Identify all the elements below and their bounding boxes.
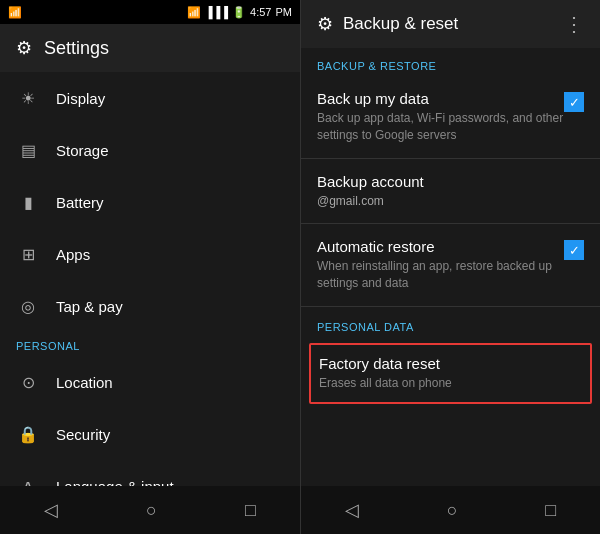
personal-data-section: PERSONAL DATA: [301, 309, 600, 339]
factory-reset-subtitle: Erases all data on phone: [319, 375, 582, 392]
signal-icon: ▐▐▐: [205, 6, 228, 18]
location-label: Location: [56, 374, 113, 391]
battery-menu-icon: ▮: [16, 190, 40, 214]
status-bar-left: 📶: [8, 6, 22, 19]
settings-title: Settings: [44, 38, 109, 59]
factory-reset-text: Factory data reset Erases all data on ph…: [319, 355, 582, 392]
tap-pay-icon: ◎: [16, 294, 40, 318]
auto-restore-subtitle: When reinstalling an app, restore backed…: [317, 258, 564, 292]
settings-header: ⚙ Settings: [0, 24, 300, 72]
sidebar-item-tap-pay[interactable]: ◎ Tap & pay: [0, 280, 300, 332]
right-recent-button[interactable]: □: [525, 492, 576, 529]
status-bar: 📶 📶 ▐▐▐ 🔋 4:57 PM: [0, 0, 300, 24]
backup-data-checkbox[interactable]: ✓: [564, 92, 584, 112]
backup-data-subtitle: Back up app data, Wi-Fi passwords, and o…: [317, 110, 564, 144]
status-bar-right: 📶 ▐▐▐ 🔋 4:57 PM: [187, 6, 292, 19]
apps-label: Apps: [56, 246, 90, 263]
sidebar-item-language[interactable]: A Language & input: [0, 460, 300, 486]
apps-icon: ⊞: [16, 242, 40, 266]
right-header-left: ⚙ Backup & reset: [317, 13, 458, 35]
time-display: 4:57: [250, 6, 271, 18]
sidebar-item-security[interactable]: 🔒 Security: [0, 408, 300, 460]
right-home-button[interactable]: ○: [427, 492, 478, 529]
more-options-icon[interactable]: ⋮: [564, 12, 584, 36]
right-back-button[interactable]: ◁: [325, 491, 379, 529]
back-button[interactable]: ◁: [24, 491, 78, 529]
factory-reset-item[interactable]: Factory data reset Erases all data on ph…: [309, 343, 592, 404]
auto-restore-checkbox[interactable]: ✓: [564, 240, 584, 260]
storage-label: Storage: [56, 142, 109, 159]
backup-account-text: Backup account @gmail.com: [317, 173, 584, 210]
wifi-icon: 📶: [187, 6, 201, 19]
backup-account-item[interactable]: Backup account @gmail.com: [301, 161, 600, 222]
right-header: ⚙ Backup & reset ⋮: [301, 0, 600, 48]
security-label: Security: [56, 426, 110, 443]
battery-label: Battery: [56, 194, 104, 211]
display-icon: ☀: [16, 86, 40, 110]
divider-3: [301, 306, 600, 307]
sidebar-item-battery[interactable]: ▮ Battery: [0, 176, 300, 228]
left-panel: 📶 📶 ▐▐▐ 🔋 4:57 PM ⚙ Settings ☀ Display ▤…: [0, 0, 300, 534]
time-ampm: PM: [276, 6, 293, 18]
language-label: Language & input: [56, 478, 174, 487]
backup-data-title: Back up my data: [317, 90, 564, 107]
security-icon: 🔒: [16, 422, 40, 446]
storage-icon: ▤: [16, 138, 40, 162]
right-gear-icon: ⚙: [317, 13, 333, 35]
divider-1: [301, 158, 600, 159]
battery-icon: 🔋: [232, 6, 246, 19]
backup-account-title: Backup account: [317, 173, 584, 190]
display-label: Display: [56, 90, 105, 107]
left-nav-bar: ◁ ○ □: [0, 486, 300, 534]
phone-icon: 📶: [8, 6, 22, 19]
menu-list: ☀ Display ▤ Storage ▮ Battery ⊞ Apps ◎ T…: [0, 72, 300, 486]
sidebar-item-location[interactable]: ⊙ Location: [0, 356, 300, 408]
backup-restore-section: BACKUP & RESTORE: [301, 48, 600, 78]
recent-button[interactable]: □: [225, 492, 276, 529]
location-icon: ⊙: [16, 370, 40, 394]
sidebar-item-apps[interactable]: ⊞ Apps: [0, 228, 300, 280]
backup-data-text: Back up my data Back up app data, Wi-Fi …: [317, 90, 564, 144]
factory-reset-title: Factory data reset: [319, 355, 582, 372]
right-content: BACKUP & RESTORE Back up my data Back up…: [301, 48, 600, 486]
right-title: Backup & reset: [343, 14, 458, 34]
backup-data-item[interactable]: Back up my data Back up app data, Wi-Fi …: [301, 78, 600, 156]
sidebar-item-display[interactable]: ☀ Display: [0, 72, 300, 124]
settings-gear-icon: ⚙: [16, 37, 32, 59]
auto-restore-item[interactable]: Automatic restore When reinstalling an a…: [301, 226, 600, 304]
divider-2: [301, 223, 600, 224]
backup-account-email: @gmail.com: [317, 193, 584, 210]
tap-pay-label: Tap & pay: [56, 298, 123, 315]
home-button[interactable]: ○: [126, 492, 177, 529]
auto-restore-text: Automatic restore When reinstalling an a…: [317, 238, 564, 292]
right-nav-bar: ◁ ○ □: [301, 486, 600, 534]
sidebar-item-storage[interactable]: ▤ Storage: [0, 124, 300, 176]
right-panel: ⚙ Backup & reset ⋮ BACKUP & RESTORE Back…: [300, 0, 600, 534]
language-icon: A: [16, 474, 40, 486]
auto-restore-title: Automatic restore: [317, 238, 564, 255]
personal-section-header: PERSONAL: [0, 332, 300, 356]
